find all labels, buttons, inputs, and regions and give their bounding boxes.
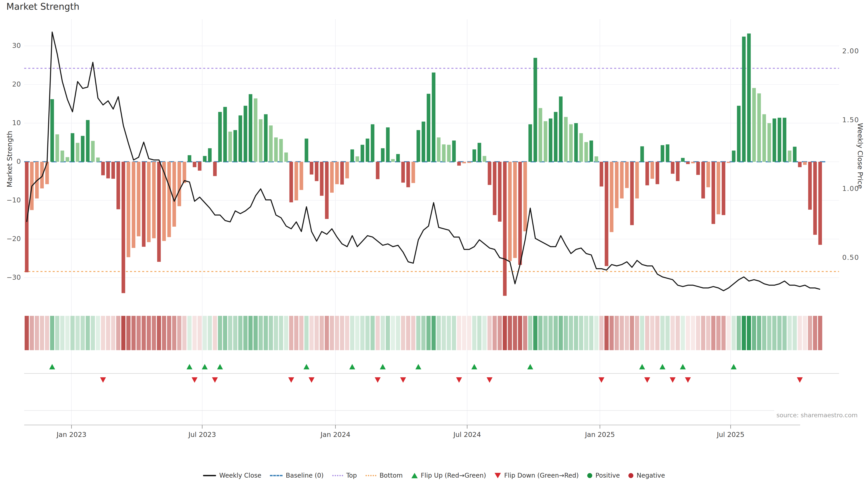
heatmap-cell	[432, 316, 436, 350]
strength-bar	[681, 158, 685, 162]
strength-bar	[427, 94, 430, 162]
heatmap-cell	[477, 316, 482, 350]
strength-bar	[778, 118, 781, 162]
strength-bar	[112, 162, 115, 179]
strength-bar	[315, 162, 318, 181]
flip-down-marker	[598, 377, 604, 383]
heatmap-cell	[686, 316, 690, 350]
strength-bar	[590, 140, 593, 162]
heatmap-cell	[142, 316, 146, 350]
strength-bar	[167, 162, 171, 237]
strength-bar	[401, 162, 405, 183]
baseline-swatch-icon	[270, 475, 283, 476]
flip-down-swatch-icon	[495, 473, 501, 478]
heatmap-cell	[162, 316, 166, 350]
strength-bar	[366, 138, 369, 162]
strength-bar	[661, 145, 664, 162]
x-tick-label: Jul 2025	[717, 431, 744, 438]
strength-bar	[396, 154, 400, 162]
legend-item-bottom: Bottom	[366, 472, 403, 479]
strength-bar	[635, 162, 639, 198]
left-axis-label: Market Strength	[5, 109, 13, 209]
flip-down-marker	[212, 377, 218, 383]
strength-bar	[320, 162, 323, 196]
right-tick-label: 2.00	[842, 47, 859, 55]
flip-down-marker	[375, 377, 381, 383]
heatmap-cell	[396, 316, 400, 350]
heatmap-cell	[564, 316, 568, 350]
strength-bar	[234, 130, 237, 162]
strength-bar	[493, 162, 496, 215]
strength-bar	[345, 162, 349, 178]
strength-bar	[223, 107, 227, 162]
heatmap-cell	[370, 316, 375, 350]
strength-bar	[66, 157, 69, 162]
strength-bar	[569, 124, 573, 162]
strength-bar	[152, 162, 156, 238]
strength-bar	[371, 124, 374, 162]
heatmap-cell	[818, 316, 822, 350]
heatmap-cell	[136, 316, 141, 350]
legend-item-flip-up: Flip Up (Red→Green)	[411, 472, 486, 479]
strength-bar	[808, 162, 812, 210]
heatmap-cell	[767, 316, 772, 350]
flip-down-marker	[644, 377, 650, 383]
strength-bar	[71, 133, 74, 162]
strength-bar	[335, 162, 339, 184]
heatmap-cell	[559, 316, 563, 350]
heatmap-cell	[554, 316, 558, 350]
heatmap-cell	[615, 316, 619, 350]
heatmap-cell	[172, 316, 177, 350]
heatmap-cell	[508, 316, 512, 350]
legend-label: Weekly Close	[219, 472, 261, 479]
strength-bar	[763, 114, 766, 162]
strength-bar	[239, 116, 242, 162]
strength-bar	[472, 149, 476, 162]
legend-item-baseline: Baseline (0)	[270, 472, 323, 479]
source-credit: source: sharemaestro.com	[776, 412, 858, 419]
heatmap-cell	[655, 316, 659, 350]
heatmap-cell	[294, 316, 299, 350]
strength-bar	[447, 145, 451, 162]
heatmap-cell	[284, 316, 288, 350]
strength-bar	[651, 162, 654, 179]
heatmap-cell	[91, 316, 95, 350]
heatmap-cell	[366, 316, 370, 350]
heatmap-cell	[182, 316, 187, 350]
heatmap-cell	[620, 316, 624, 350]
flip-down-marker	[288, 377, 294, 383]
strength-bar	[706, 162, 710, 187]
strength-bar	[477, 143, 481, 162]
chart-legend: Weekly CloseBaseline (0)TopBottomFlip Up…	[0, 472, 868, 479]
strength-bar	[325, 162, 329, 219]
heatmap-cell	[574, 316, 578, 350]
strength-bar	[127, 162, 130, 257]
heatmap-cell	[803, 316, 807, 350]
heatmap-cell	[193, 316, 197, 350]
heatmap-cell	[513, 316, 517, 350]
strength-bar	[411, 162, 415, 183]
heatmap-cell	[177, 316, 182, 350]
x-tick-label: Jul 2024	[454, 431, 481, 438]
strength-bar	[173, 162, 176, 227]
strength-bar	[508, 162, 512, 261]
heatmap-cell	[391, 316, 395, 350]
legend-label: Negative	[637, 472, 665, 479]
heatmap-cell	[533, 316, 537, 350]
heatmap-cell	[483, 316, 487, 350]
legend-label: Bottom	[379, 472, 403, 479]
heatmap-cell	[701, 316, 706, 350]
flip-up-marker	[639, 364, 645, 369]
strength-bar	[406, 162, 410, 187]
strength-bar	[310, 162, 313, 174]
heatmap-cell	[503, 316, 507, 350]
heatmap-cell	[264, 316, 268, 350]
strength-bar	[767, 123, 771, 162]
strength-bar	[757, 93, 761, 162]
strength-bar	[249, 94, 252, 162]
heatmap-cell	[452, 316, 456, 350]
heatmap-cell	[386, 316, 390, 350]
heatmap-cell	[538, 316, 543, 350]
legend-label: Positive	[595, 472, 620, 479]
strength-bar	[533, 58, 537, 162]
